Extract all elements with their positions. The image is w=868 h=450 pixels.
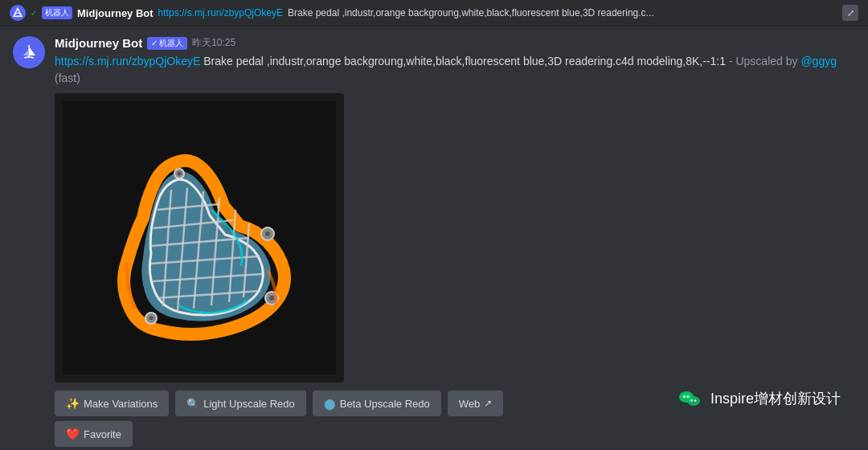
message-text: https://s.mj.run/zbypQjOkeyE Brake pedal…: [55, 53, 855, 87]
message-header: Midjourney Bot ✓ 机器人 昨天10:25: [55, 36, 855, 50]
top-notification-bar: ✓ 机器人 Midjourney Bot https://s.mj.run/zb…: [0, 0, 868, 27]
timestamp: 昨天10:25: [192, 36, 235, 50]
user-mention: @ggyg: [800, 55, 837, 68]
heart-icon: ❤️: [66, 428, 80, 440]
svg-point-17: [265, 231, 270, 236]
svg-point-19: [269, 296, 274, 301]
prompt-text: Brake pedal ,industr,orange backgroung,w…: [203, 55, 726, 68]
beta-upscale-label: Beta Upscale Redo: [340, 398, 430, 410]
watermark-overlay: Inspire增材创新设计: [665, 379, 852, 418]
bot-username: Midjourney Bot: [55, 36, 142, 50]
wechat-icon: [677, 386, 702, 411]
buttons-row-2: ❤️ Favorite: [55, 421, 855, 447]
top-bar-link[interactable]: https://s.mj.run/zbypQjOkeyE: [158, 7, 283, 18]
light-upscale-label: Light Upscale Redo: [203, 398, 294, 410]
make-variations-label: Make Variations: [84, 398, 158, 410]
make-variations-button[interactable]: ✨ Make Variations: [55, 391, 169, 416]
beta-upscale-redo-button[interactable]: ⬤ Beta Upscale Redo: [313, 391, 441, 416]
svg-point-21: [149, 317, 154, 321]
svg-point-15: [178, 172, 182, 176]
top-bar-prompt: Brake pedal ,industr,orange backgroung,w…: [288, 7, 837, 18]
generated-image: [55, 93, 344, 382]
svg-point-27: [694, 399, 697, 402]
light-upscale-icon: 🔍: [186, 398, 199, 410]
variations-icon: ✨: [66, 397, 80, 410]
message-link[interactable]: https://s.mj.run/zbypQjOkeyE: [55, 55, 200, 68]
light-upscale-redo-button[interactable]: 🔍 Light Upscale Redo: [175, 391, 305, 416]
web-button[interactable]: Web ↗: [448, 391, 504, 416]
top-bar-avatar: [10, 5, 26, 21]
bot-badge-top: 机器人: [42, 6, 72, 19]
check-icon-small: ✓: [31, 9, 37, 18]
badge-label: 机器人: [159, 38, 183, 49]
check-icon: ✓: [151, 39, 158, 47]
web-label: Web: [459, 398, 481, 410]
svg-point-24: [686, 395, 689, 398]
bot-badge: ✓ 机器人: [147, 37, 187, 50]
favorite-button[interactable]: ❤️ Favorite: [55, 421, 133, 447]
svg-point-25: [687, 396, 700, 406]
svg-point-26: [690, 399, 693, 402]
favorite-label: Favorite: [84, 428, 121, 440]
bot-avatar: [13, 36, 45, 68]
web-external-icon: ↗: [484, 398, 492, 409]
expand-icon[interactable]: ⤢: [842, 5, 858, 21]
beta-upscale-icon: ⬤: [324, 398, 336, 410]
top-bar-botname: Midjourney Bot: [77, 7, 154, 19]
svg-point-23: [683, 395, 686, 398]
watermark-text: Inspire增材创新设计: [710, 389, 841, 408]
